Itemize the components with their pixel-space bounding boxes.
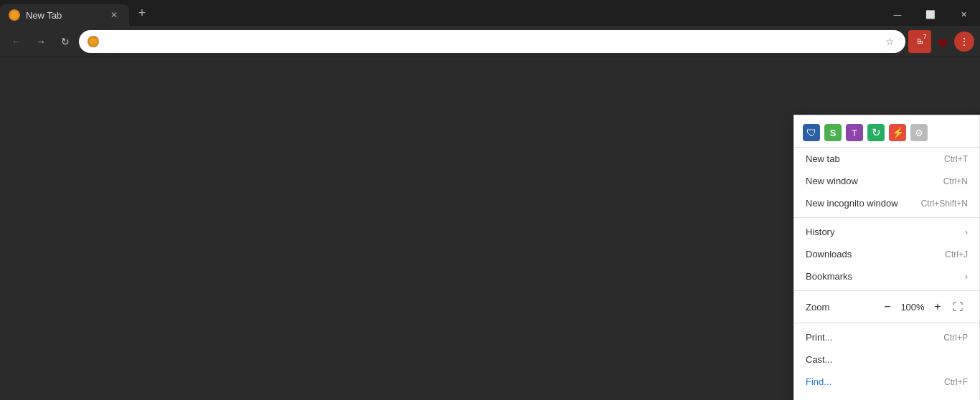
ext-shield-icon[interactable]: 🛡: [803, 124, 820, 141]
menu-new-tab-shortcut: Ctrl+T: [944, 154, 968, 164]
back-button[interactable]: ←: [6, 31, 27, 52]
address-bar[interactable]: ☆: [79, 30, 905, 53]
pocket-button[interactable]: [933, 32, 953, 52]
main-content: 🛡 S T ↻ ⚡ ⚙ New tab Ctrl+T New window Ct…: [0, 57, 980, 400]
tab-favicon: [9, 9, 20, 21]
separator-2: [794, 290, 979, 291]
menu-bookmarks-arrow: ›: [965, 272, 968, 282]
menu-cast[interactable]: Cast...: [794, 348, 979, 371]
menu-new-window[interactable]: New window Ctrl+N: [794, 170, 979, 192]
menu-downloads-shortcut: Ctrl+J: [945, 249, 968, 259]
zoom-label: Zoom: [806, 302, 877, 313]
menu-cast-label: Cast...: [806, 354, 833, 365]
menu-print-shortcut: Ctrl+P: [943, 333, 968, 343]
ext-lightning-icon[interactable]: ⚡: [889, 124, 906, 141]
menu-new-window-label: New window: [806, 176, 858, 186]
active-tab[interactable]: New Tab ✕: [0, 4, 129, 26]
menu-print-label: Print...: [806, 332, 833, 343]
zoom-value: 100%: [897, 302, 928, 313]
new-tab-button[interactable]: +: [132, 3, 152, 23]
bookmark-star-icon[interactable]: ☆: [882, 34, 897, 49]
chrome-menu: 🛡 S T ↻ ⚡ ⚙ New tab Ctrl+T New window Ct…: [793, 115, 980, 400]
menu-button[interactable]: ⋮: [954, 32, 974, 52]
separator-3: [794, 323, 979, 323]
forward-button[interactable]: →: [30, 31, 52, 52]
ext-t-icon[interactable]: T: [846, 124, 863, 141]
close-button[interactable]: ✕: [947, 3, 980, 26]
menu-find-label: Find...: [806, 376, 831, 387]
toolbar: ← → ↻ ☆ ⊞ 7 ⋮: [0, 26, 980, 57]
tab-title: New Tab: [26, 10, 102, 21]
menu-bookmarks[interactable]: Bookmarks ›: [794, 265, 979, 287]
window-controls: — ⬜ ✕: [881, 0, 980, 26]
menu-print[interactable]: Print... Ctrl+P: [794, 326, 979, 348]
menu-find-shortcut: Ctrl+F: [944, 377, 968, 387]
title-bar: New Tab ✕ + — ⬜ ✕: [0, 0, 980, 26]
extensions-badge: 7: [920, 32, 930, 42]
menu-history-label: History: [806, 227, 834, 237]
menu-history-arrow: ›: [965, 227, 968, 237]
menu-bookmarks-label: Bookmarks: [806, 271, 852, 282]
address-input[interactable]: [105, 36, 877, 47]
menu-incognito-label: New incognito window: [806, 198, 898, 209]
menu-new-tab[interactable]: New tab Ctrl+T: [794, 148, 979, 170]
extensions-icons-row: 🛡 S T ↻ ⚡ ⚙: [794, 118, 979, 148]
zoom-fullscreen-button[interactable]: ⛶: [948, 297, 968, 317]
menu-new-window-shortcut: Ctrl+N: [943, 176, 968, 186]
zoom-plus-button[interactable]: +: [928, 297, 948, 317]
ext-s-icon[interactable]: S: [824, 124, 842, 141]
menu-incognito-shortcut: Ctrl+Shift+N: [921, 199, 968, 209]
minimize-button[interactable]: —: [881, 3, 914, 26]
menu-downloads[interactable]: Downloads Ctrl+J: [794, 243, 979, 265]
menu-downloads-label: Downloads: [806, 249, 852, 259]
separator-1: [794, 217, 979, 218]
maximize-button[interactable]: ⬜: [914, 3, 947, 26]
refresh-button[interactable]: ↻: [55, 31, 76, 52]
zoom-row: Zoom − 100% + ⛶: [794, 294, 979, 320]
ext-gray-icon[interactable]: ⚙: [910, 124, 928, 141]
menu-history[interactable]: History ›: [794, 221, 979, 243]
menu-more-tools[interactable]: More tools ›: [794, 393, 979, 400]
tab-close-button[interactable]: ✕: [108, 9, 121, 22]
toolbar-extensions: ⊞ 7 ⋮: [908, 30, 974, 53]
address-favicon-icon: [88, 36, 99, 47]
menu-find[interactable]: Find... Ctrl+F: [794, 371, 979, 393]
menu-new-tab-label: New tab: [806, 153, 840, 164]
ext-cycle-icon[interactable]: ↻: [867, 124, 885, 141]
zoom-minus-button[interactable]: −: [877, 297, 897, 317]
extensions-button[interactable]: ⊞ 7: [908, 30, 931, 53]
menu-incognito[interactable]: New incognito window Ctrl+Shift+N: [794, 192, 979, 214]
